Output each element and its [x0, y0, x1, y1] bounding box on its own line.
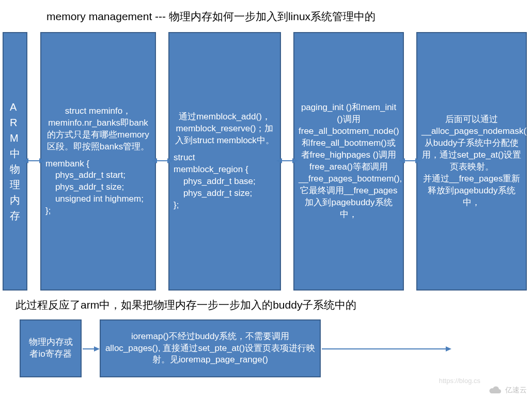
watermark-link: https://blog.cs	[439, 377, 480, 385]
box2-code: struct memblock_region { phys_addr_t bas…	[174, 152, 276, 211]
box-memblock: 通过memblock_add()，memblock_reserve()；加入到s…	[168, 32, 281, 291]
diagram-title: memory management --- 物理内存如何一步加入到linux系统…	[46, 9, 375, 24]
box3-text: paging_init ()和mem_init ()调用free_all_boo…	[299, 102, 399, 220]
arrow-bi-3-4	[405, 160, 415, 161]
box-ioremap: ioremap()不经过buddy系统，不需要调用alloc_pages(), …	[100, 319, 321, 377]
box-meminfo: struct meminfo，meminfo.nr_banks即bank的方式只…	[40, 32, 156, 291]
watermark-brand: 亿速云	[505, 386, 527, 395]
arrow-bi-0-1	[28, 160, 39, 161]
box2-top: 通过memblock_add()，memblock_reserve()；加入到s…	[174, 111, 276, 147]
box1-code: membank { phys_addr_t start; phys_addr_t…	[45, 158, 151, 218]
box6-text: ioremap()不经过buddy系统，不需要调用alloc_pages(), …	[105, 331, 316, 367]
arrow-bi-2-3	[282, 160, 292, 161]
mid-text: 此过程反应了arm中，如果把物理内存一步一步加入的buddy子系统中的	[15, 298, 356, 312]
arrow-r-6-out	[322, 348, 446, 349]
box0-text: ARM中物理内存	[10, 99, 20, 223]
box5-text: 物理内存或者io寄存器	[25, 337, 76, 360]
arrow-bi-1-2	[157, 160, 167, 161]
watermark: 亿速云	[489, 386, 527, 395]
box-io-register: 物理内存或者io寄存器	[20, 319, 82, 377]
cloud-icon	[489, 386, 502, 394]
box4-text: 后面可以通过__alloc_pages_nodemask()从buddy子系统中…	[421, 114, 522, 209]
box-free-pages: paging_init ()和mem_init ()调用free_all_boo…	[293, 32, 404, 291]
box-alloc-pages: 后面可以通过__alloc_pages_nodemask()从buddy子系统中…	[416, 32, 527, 291]
arrow-r-5-6	[83, 348, 94, 349]
box1-top: struct meminfo，meminfo.nr_banks即bank的方式只…	[45, 105, 151, 153]
